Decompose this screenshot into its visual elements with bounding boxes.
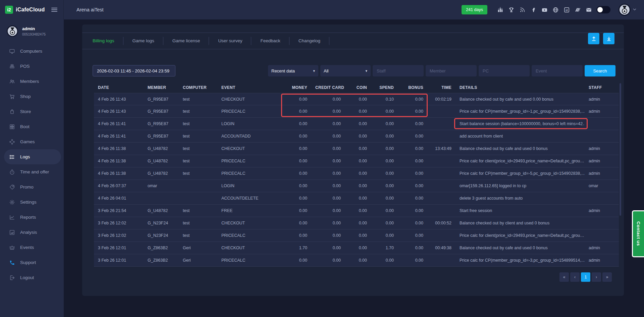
cell-time: 00:49:38 [427,246,455,250]
pos-icon [9,63,15,69]
cell-details: Start free session [455,208,585,213]
ranking-icon[interactable] [495,5,506,14]
icafe-icon[interactable]: i2 [561,5,572,14]
cell-member: G_U48782 [144,171,179,176]
trophy-icon[interactable] [506,5,517,14]
cell-coin: 0.00 [345,208,371,213]
cell-bonus: 0.00 [398,171,427,176]
tab-billing-logs[interactable]: Billing logs [84,33,123,49]
sidebar-item-reports[interactable]: Reports [0,210,64,225]
mail-icon[interactable] [583,5,594,14]
cell-date: 4 Feb 26 11:41 [94,134,144,139]
cell-event: ACCOUNTDELETE [217,196,283,201]
sidebar-item-label: Logs [20,154,30,159]
sidebar-profile[interactable]: admin 005193482475 [0,19,64,42]
column-header-date: DATE [94,85,144,90]
event-type-select[interactable]: All ▾ [320,65,371,76]
globe-icon[interactable] [550,5,561,14]
cell-date: 4 Feb 26 11:43 [94,97,144,102]
sidebar-item-logout[interactable]: Logout [0,270,64,285]
page-button[interactable]: › [592,272,601,282]
tab-feedback[interactable]: Feedback [251,33,289,49]
filters-bar: 2026-02-03 11:45 - 2026-02-04 23:59 Rece… [93,65,615,76]
search-button[interactable]: Search [585,65,615,76]
cell-computer: test [179,233,217,238]
sidebar-item-time-and-offer[interactable]: Time and offer [0,164,64,179]
tab-game-license[interactable]: Game license [163,33,209,49]
cell-member: G_Z863B2 [144,246,179,250]
sidebar-item-members[interactable]: Members [0,74,64,89]
cell-event: FREE [217,208,283,213]
cell-details: delete 3 guest accounts from auto [455,196,585,201]
sidebar-item-label: Store [20,109,31,114]
date-range-input[interactable]: 2026-02-03 11:45 - 2026-02-04 23:59 [93,65,175,76]
page-button[interactable]: » [602,272,612,282]
analysis-icon [9,229,15,235]
theme-toggle[interactable] [596,6,610,13]
table-header: DATEMEMBERCOMPUTEREVENTMONEYCREDIT CARDC… [94,82,619,93]
tab-changelog[interactable]: Changelog [289,33,329,49]
cell-credit_card: 0.00 [311,183,345,188]
cell-money: 0.00 [283,146,311,151]
contact-us-button[interactable]: Contact us [632,210,644,257]
layers-icon[interactable] [572,5,583,14]
rss-icon[interactable] [517,5,528,14]
sidebar-item-store[interactable]: Store [0,104,64,119]
sidebar-item-analysis[interactable]: Analysis [0,225,64,240]
event-input[interactable] [532,65,583,76]
user-avatar[interactable] [619,4,631,16]
cell-computer: Geri [179,246,217,250]
sidebar-item-logs[interactable]: Logs [4,149,61,164]
download-button[interactable] [603,33,614,44]
chevron-down-icon[interactable] [633,7,637,13]
settings-icon [9,199,15,205]
facebook-icon[interactable] [528,5,539,14]
sidebar-item-events[interactable]: Events [0,240,64,255]
logs-card: Billing logsGame logsGame licenseUser su… [82,24,624,296]
youtube-icon[interactable] [539,5,550,14]
tab-game-logs[interactable]: Game logs [123,33,163,49]
cell-money: 0.00 [283,196,311,201]
staff-input[interactable] [373,65,424,76]
cell-spend: 0.00 [371,159,398,163]
cell-details: Balance checked out by cafe and used 0 b… [455,146,585,151]
hamburger-menu-icon[interactable] [50,6,59,13]
sidebar-item-support[interactable]: Support [0,255,64,270]
cell-spend: 0.00 [371,134,398,139]
tab-user-survey[interactable]: User survey [209,33,251,49]
cell-staff: admin [585,109,619,114]
cell-spend: 0.00 [371,121,398,126]
member-input[interactable] [426,65,477,76]
sidebar-item-pos[interactable]: POS [0,59,64,74]
table-row: 3 Feb 26 12:02G_N23F24testCHECKOUT0.000.… [94,217,619,229]
upload-button[interactable] [588,33,599,44]
members-icon [9,78,15,85]
cell-credit_card: 0.00 [311,159,345,163]
sidebar-item-boot[interactable]: Boot [0,119,64,134]
tabs-row: Billing logsGame logsGame licenseUser su… [82,33,624,49]
sidebar-item-computers[interactable]: Computers [0,44,64,59]
sidebar-item-shop[interactable]: Shop [0,89,64,104]
column-header-member: MEMBER [144,85,179,90]
page-button-current[interactable]: 1 [581,272,590,282]
cell-date: 4 Feb 26 04:01 [94,196,144,201]
pc-input[interactable] [479,65,530,76]
svg-text:i2: i2 [566,8,568,11]
license-days-badge[interactable]: 241 days [462,5,487,14]
cell-member: G_N23F24 [144,221,179,225]
cell-event: PRICECALC [217,109,283,114]
cell-money: 0.00 [283,97,311,102]
sidebar-item-games[interactable]: Games [0,134,64,149]
cell-coin: 0.00 [345,196,371,201]
cell-details: Price calc for CP(member_group_id=-3,pc_… [455,258,585,263]
vertical-scrollbar[interactable] [620,83,621,216]
cell-coin: 0.00 [345,221,371,225]
chevron-down-icon: ▾ [313,69,315,73]
cell-staff: admin [585,258,619,263]
recent-data-select[interactable]: Recent data ▾ [268,65,318,76]
sidebar-item-promo[interactable]: Promo [0,179,64,195]
sidebar-item-settings[interactable]: Settings [0,195,64,210]
page-button[interactable]: ‹ [570,272,580,282]
page-button[interactable]: « [559,272,569,282]
events-icon [9,245,15,251]
